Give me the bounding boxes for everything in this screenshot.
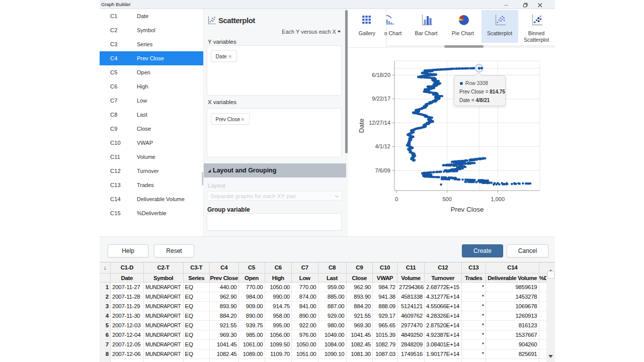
svg-text:7/6/09: 7/6/09 — [375, 167, 390, 173]
svg-text:0: 0 — [395, 196, 398, 202]
svg-text:1,000: 1,000 — [491, 196, 505, 202]
svg-text:500: 500 — [442, 196, 451, 202]
svg-text:9/22/17: 9/22/17 — [372, 96, 390, 102]
svg-text:Date: Date — [358, 119, 365, 133]
svg-text:6/18/20: 6/18/20 — [372, 72, 390, 78]
svg-text:12/27/14: 12/27/14 — [369, 120, 390, 126]
svg-text:Prev Close: Prev Close — [450, 206, 484, 213]
svg-text:4/1/12: 4/1/12 — [375, 143, 390, 149]
